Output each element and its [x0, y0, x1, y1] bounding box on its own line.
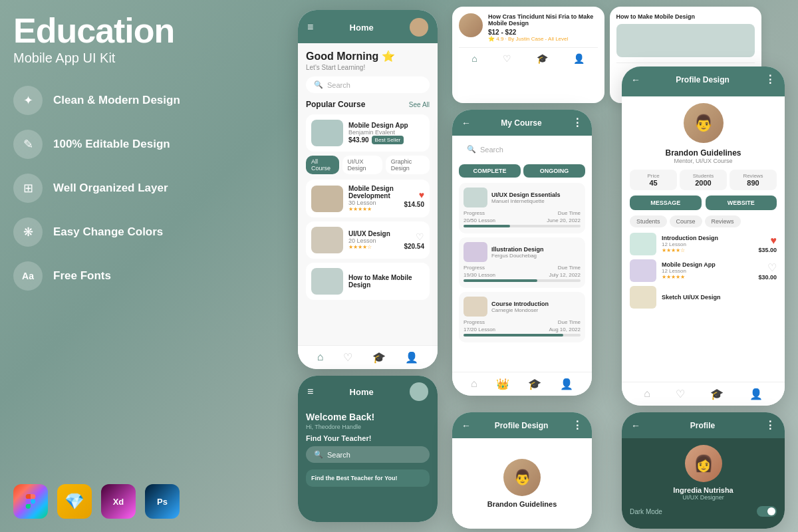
course-thumb-3 [311, 227, 343, 253]
phone-dark-avatar[interactable] [410, 382, 428, 401]
bookmark-tab-icon-3[interactable]: 👑 [496, 378, 509, 390]
home-tab-icon-4[interactable]: ⌂ [644, 388, 650, 400]
courses-tab-icon-3[interactable]: 🎓 [528, 378, 541, 390]
heart-icon-3[interactable]: ♡ [416, 231, 424, 242]
back-arrow-6[interactable]: ← [631, 420, 640, 431]
home-nav-icon[interactable]: ⌂ [471, 53, 477, 64]
course-tab[interactable]: Course [670, 215, 702, 227]
action-buttons: MESSAGE WEBSITE [630, 196, 777, 210]
search-icon: 🔍 [314, 80, 323, 89]
mci-thumb-2 [464, 242, 487, 262]
my-course-item-2[interactable]: Illustration Design Fergus Douchebag Pro… [459, 237, 585, 288]
left-panel: Education Mobile App UI Kit ✦ Clean & Mo… [13, 13, 239, 305]
course-author-3: 20 Lesson [348, 237, 398, 244]
home-tab-icon[interactable]: ⌂ [317, 351, 324, 364]
top-card-right-image [616, 24, 755, 57]
hamburger-icon[interactable]: ≡ [307, 21, 313, 33]
home-search-bar[interactable]: 🔍 Search [306, 76, 430, 93]
xd-icon[interactable]: Xd [101, 484, 136, 519]
feature-text-colors: Easy Change Colors [53, 225, 163, 239]
home-tab-icon-3[interactable]: ⌂ [471, 378, 477, 390]
phone-course-title: My Course [501, 118, 541, 128]
course-bottom-nav: ⌂ 👑 🎓 👤 [452, 372, 592, 396]
more-icon-5[interactable]: ⋮ [572, 419, 583, 432]
profile-avatar-img: 👨 [684, 103, 724, 143]
my-course-item-1[interactable]: UI/UX Design Essentials Manuel Interneti… [459, 183, 585, 233]
top-card-left: How Cras Tincidunt Nisi Fria to Make Mob… [452, 7, 604, 103]
reviews-tab[interactable]: Reviews [705, 215, 741, 227]
course-card-2[interactable]: Mobile Design Development 30 Lesson ★★★★… [306, 180, 430, 217]
course-info-4: How to Make Mobile Design [348, 274, 424, 289]
profile-tab-icon[interactable]: 👤 [405, 351, 418, 364]
dark-hamburger-icon[interactable]: ≡ [307, 386, 313, 398]
profile-course-3[interactable]: Sketch UI/UX Design [630, 286, 777, 309]
dark-mode-toggle[interactable] [757, 506, 777, 517]
search-placeholder: Search [327, 81, 350, 89]
popular-course-title: Popular Course [306, 100, 365, 109]
figma-icon[interactable] [13, 484, 48, 519]
profile-more-icon[interactable]: ⋮ [765, 73, 775, 86]
course-name-2: Mobile Design Development [348, 185, 398, 200]
ps-icon[interactable]: Ps [145, 484, 180, 519]
bookmark-tab-icon[interactable]: ♡ [343, 351, 352, 364]
stat-price-label: Price [633, 173, 674, 179]
courses-tab-icon[interactable]: 🎓 [372, 351, 386, 364]
more-icon[interactable]: ⋮ [572, 116, 583, 129]
more-icon-6[interactable]: ⋮ [765, 419, 775, 432]
back-arrow-icon[interactable]: ← [462, 118, 471, 128]
profile-course-1[interactable]: Introduction Design 12 Lesson ★★★★☆ ♥ $3… [630, 233, 777, 255]
feature-item-colors: ❋ Easy Change Colors [13, 217, 239, 247]
bookmark-nav-icon[interactable]: ♡ [503, 53, 511, 64]
course-author-1: Benjamin Evalent [348, 129, 424, 136]
back-arrow-5[interactable]: ← [462, 420, 471, 431]
heart-icon-2[interactable]: ♥ [419, 190, 424, 200]
course-card-4[interactable]: How to Make Mobile Design [306, 263, 430, 300]
course-nav-icon[interactable]: 🎓 [537, 53, 548, 64]
course-name-4: How to Make Mobile Design [348, 274, 424, 289]
dark-search-bar[interactable]: 🔍 Search [306, 446, 430, 463]
profile-nav-icon[interactable]: 👤 [573, 53, 585, 64]
courses-tab-icon-4[interactable]: 🎓 [710, 388, 724, 400]
profile-tab-icon-3[interactable]: 👤 [560, 378, 573, 390]
top-card-right-title: How to Make Mobile Design [616, 13, 755, 20]
profile-course-2[interactable]: Mobile Design App 12 Lesson ★★★★★ ♡ $30.… [630, 259, 777, 282]
see-all-link[interactable]: See All [409, 101, 430, 108]
phone-profile: ← Profile Design ⋮ 👨 Brandon Guidelines … [622, 66, 785, 406]
dark-search-placeholder: Search [327, 451, 350, 459]
ongoing-tab[interactable]: ONGOING [523, 164, 585, 178]
phone-5-content: 👨 Brandon Guidelines [452, 438, 592, 529]
mci-name-2: Illustration Design [491, 246, 544, 253]
bookmark-tab-icon-4[interactable]: ♡ [676, 388, 685, 400]
teacher-promo-card[interactable]: Find the Best Teacher for You! [306, 469, 430, 487]
phone-home-title: Home [350, 23, 374, 33]
my-course-item-3[interactable]: Course Introduction Carnegie Mondoser Pr… [459, 292, 585, 342]
app-title: Education [13, 13, 239, 48]
due-value-1: June 20, 2022 [547, 217, 581, 223]
mci-thumb-3 [464, 297, 487, 317]
heart-icon-p1[interactable]: ♥ [771, 235, 777, 246]
students-tab[interactable]: Students [630, 215, 667, 227]
course-card-3[interactable]: UI/UX Design 20 Lesson ★★★★☆ ♡ $20.54 [306, 221, 430, 259]
profile-stats: Price 45 Students 2000 Reviews 890 [630, 170, 777, 190]
complete-tab[interactable]: COMPLETE [459, 164, 521, 178]
heart-icon-p2[interactable]: ♡ [767, 262, 777, 273]
mci-thumb-1 [464, 188, 487, 207]
filter-graphic[interactable]: Graphic Design [386, 156, 430, 174]
filter-all[interactable]: All Course [306, 156, 339, 174]
course-search-bar[interactable]: 🔍 Search [459, 141, 585, 158]
stat-students: Students 2000 [680, 170, 727, 190]
profile-back-icon[interactable]: ← [631, 74, 640, 85]
profile-course-price-1: $35.00 [758, 247, 777, 253]
sketch-icon[interactable]: 💎 [57, 484, 92, 519]
filter-uiux[interactable]: UI/UX Design [342, 156, 382, 174]
course-card-1[interactable]: Mobile Design App Benjamin Evalent $43.9… [306, 114, 430, 152]
phone-home-avatar[interactable] [410, 18, 428, 37]
profile-tab-icon-4[interactable]: 👤 [749, 388, 763, 400]
profile-tab-pills: Students Course Reviews [630, 215, 777, 227]
phone-dark-title: Home [350, 387, 374, 397]
top-card-left-title: How Cras Tincidunt Nisi Fria to Make Mob… [488, 13, 598, 27]
phone-dark-profile: ← Profile ⋮ 👩 Ingredia Nutrisha UI/UX De… [622, 412, 785, 529]
message-button[interactable]: MESSAGE [630, 196, 702, 210]
course-info-1: Mobile Design App Benjamin Evalent $43.9… [348, 122, 424, 144]
website-button[interactable]: WEBSITE [706, 196, 777, 210]
